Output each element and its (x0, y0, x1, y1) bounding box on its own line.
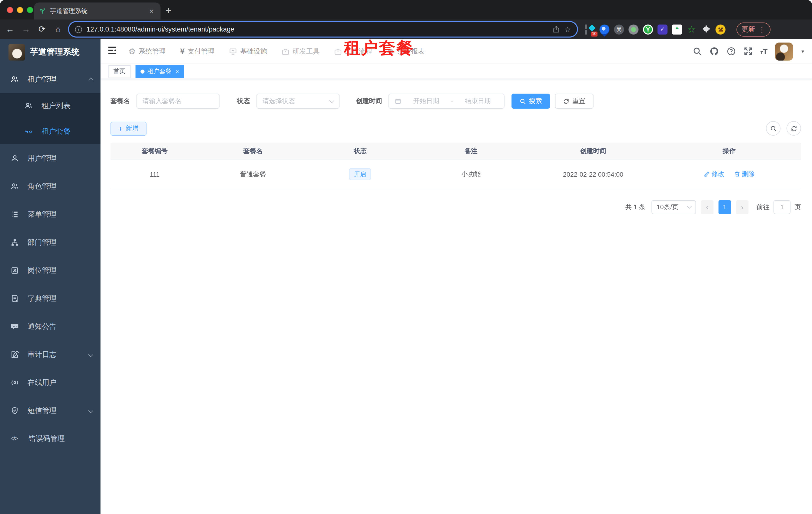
extension-command-icon[interactable]: ⌘ (614, 24, 624, 34)
page-size-select[interactable]: 10条/页 (651, 200, 696, 214)
chevron-up-icon (88, 77, 93, 82)
chevron-down-icon (329, 98, 334, 103)
window-controls[interactable] (7, 7, 33, 13)
sidebar-item-post-management[interactable]: 岗位管理 (0, 256, 100, 284)
sidebar-item-audit-log[interactable]: 审计日志 (0, 340, 100, 368)
sidebar-item-user-management[interactable]: 用户管理 (0, 144, 100, 172)
table-row[interactable]: 111 普通套餐 开启 小功能 2022-02-22 00:54:00 修改 (111, 160, 801, 189)
end-date-placeholder: 结束日期 (457, 97, 498, 106)
refresh-table-button[interactable] (786, 121, 801, 136)
topnav-item-devtools[interactable]: 研发工具 (282, 47, 320, 56)
font-size-icon[interactable]: тT (760, 47, 768, 56)
close-window-button[interactable] (7, 7, 13, 13)
sidebar-item-label: 错误码管理 (29, 434, 92, 443)
tag-home[interactable]: 首页 (109, 65, 130, 78)
user-avatar[interactable] (775, 42, 793, 60)
package-name-input[interactable]: 请输入套餐名 (137, 93, 220, 109)
sidebar-item-role-management[interactable]: 角色管理 (0, 172, 100, 200)
browser-menu-icon[interactable]: ⋮ (758, 25, 765, 33)
app-logo-row[interactable]: 芋道管理系统 (0, 39, 100, 65)
search-button[interactable]: 搜索 (512, 93, 550, 109)
next-page-button[interactable]: › (736, 200, 749, 214)
new-tab-button[interactable]: + (166, 5, 171, 17)
edit-link[interactable]: 修改 (703, 170, 725, 179)
extension-y-icon[interactable]: Y (643, 24, 653, 34)
delete-link[interactable]: 删除 (734, 170, 755, 179)
browser-tab[interactable]: 芋道管理系统 × (34, 2, 161, 20)
extension-shield-icon[interactable]: ✓ (658, 24, 667, 34)
url-bar[interactable]: i 127.0.0.1:48080/admin-ui/system/tenant… (69, 22, 577, 36)
search-button-label: 搜索 (529, 97, 542, 106)
sidebar-item-dept-management[interactable]: 部门管理 (0, 228, 100, 256)
extension-emoji-icon[interactable] (716, 24, 725, 34)
page-number-1[interactable]: 1 (719, 200, 731, 214)
search-icon[interactable] (693, 47, 702, 56)
url-text[interactable]: 127.0.0.1:48080/admin-ui/system/tenant/p… (87, 26, 548, 33)
sidebar-item-error-code[interactable]: </> 错误码管理 (0, 425, 100, 453)
reload-button[interactable]: ⟳ (37, 24, 47, 34)
minimize-window-button[interactable] (17, 7, 23, 13)
sidebar-item-label: 审计日志 (28, 350, 81, 359)
sidebar-item-notice[interactable]: 通知公告 (0, 312, 100, 340)
tag-close-icon[interactable]: × (175, 68, 179, 75)
zoom-window-button[interactable] (27, 7, 33, 13)
extension-drop-icon[interactable] (598, 22, 612, 36)
search-form: 套餐名 请输入套餐名 状态 请选择状态 创建时间 开始日期 - 结束日期 (111, 93, 801, 109)
fullscreen-icon[interactable] (744, 47, 753, 56)
sidebar-item-tenant-list[interactable]: 租户列表 (0, 93, 100, 118)
topnav-item-payment[interactable]: ¥ 支付管理 (180, 47, 215, 56)
github-icon[interactable] (709, 47, 719, 56)
sidebar-item-dict-management[interactable]: 字典管理 (0, 284, 100, 312)
tab-favicon-plant-icon (39, 7, 46, 15)
cell-package-name: 普通套餐 (199, 160, 308, 189)
sidebar-item-label: 租户列表 (41, 101, 92, 111)
tag-tenant-package[interactable]: 租户套餐 × (136, 65, 184, 78)
site-info-icon[interactable]: i (75, 26, 82, 33)
placeholder-text: 请输入套餐名 (143, 97, 181, 106)
sidebar-item-sms-management[interactable]: 短信管理 (0, 397, 100, 425)
date-range-picker[interactable]: 开始日期 - 结束日期 (388, 93, 504, 109)
browser-toolbar: ← → ⟳ ⌂ i 127.0.0.1:48080/admin-ui/syste… (0, 20, 812, 39)
forward-button[interactable]: → (21, 24, 31, 34)
reset-button[interactable]: 重置 (555, 93, 593, 109)
users-icon (25, 102, 33, 110)
topnav-item-system[interactable]: ⚙ 系统管理 (128, 47, 166, 56)
sidebar-item-tenant-package[interactable]: 租户套餐 (0, 118, 100, 144)
avatar-caret-down-icon[interactable]: ▼ (801, 49, 805, 54)
status-select[interactable]: 请选择状态 (257, 93, 340, 109)
help-icon[interactable] (726, 47, 736, 56)
table-toolbar: + 新增 (111, 121, 801, 136)
update-label: 更新 (742, 25, 755, 34)
share-icon[interactable] (552, 26, 560, 33)
app-logo-rabbit (8, 44, 25, 60)
bookmark-star-icon[interactable]: ☆ (564, 25, 571, 34)
col-header: 操作 (657, 143, 801, 160)
cell-operations: 修改 删除 (657, 160, 801, 189)
sidebar-item-tenant-management[interactable]: 租户管理 (0, 65, 100, 93)
delete-label: 删除 (742, 170, 755, 179)
sidebar-collapse-button[interactable] (107, 45, 117, 58)
tab-close-icon[interactable]: × (147, 7, 155, 15)
prev-page-button[interactable]: ‹ (701, 200, 714, 214)
extension-star-icon[interactable]: ☆ (687, 24, 696, 34)
extension-blocks-icon[interactable]: 10 (585, 24, 595, 34)
sidebar-item-label: 租户管理 (28, 74, 81, 84)
sidebar-item-online-users[interactable]: 在线用户 (0, 368, 100, 397)
page-watermark-title: 租户套餐 (344, 37, 414, 59)
extensions-puzzle-icon[interactable] (701, 24, 711, 34)
users-icon (10, 182, 19, 190)
browser-update-button[interactable]: 更新 ⋮ (736, 22, 770, 36)
sidebar-item-label: 菜单管理 (28, 210, 92, 219)
extension-dot-icon[interactable] (629, 24, 638, 34)
home-button[interactable]: ⌂ (53, 24, 63, 34)
package-name-label: 套餐名 (111, 97, 130, 106)
sidebar-item-menu-management[interactable]: 菜单管理 (0, 200, 100, 228)
show-search-button[interactable] (766, 121, 781, 136)
back-button[interactable]: ← (5, 24, 15, 34)
status-label: 状态 (237, 97, 250, 106)
add-button[interactable]: + 新增 (111, 121, 146, 135)
page-jump-input[interactable] (774, 200, 790, 214)
extension-chat-icon[interactable]: ❝ (672, 24, 682, 34)
topnav-item-infra[interactable]: 基础设施 (229, 47, 267, 56)
online-signal-icon (10, 378, 19, 387)
